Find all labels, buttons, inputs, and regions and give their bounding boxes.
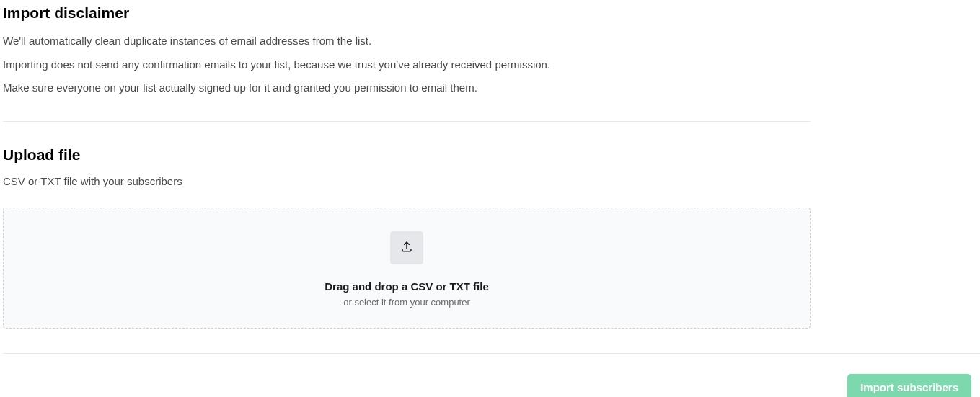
import-disclaimer-section: Import disclaimer We'll automatically cl… [3, 4, 811, 97]
file-dropzone[interactable]: Drag and drop a CSV or TXT file or selec… [3, 208, 811, 329]
upload-file-title: Upload file [3, 146, 811, 164]
import-subscribers-button[interactable]: Import subscribers [847, 374, 971, 398]
upload-icon [400, 240, 413, 256]
upload-icon-box [390, 231, 423, 264]
footer-actions: Import subscribers [3, 354, 980, 398]
section-divider [3, 121, 811, 122]
disclaimer-line: Make sure everyone on your list actually… [3, 80, 811, 97]
import-disclaimer-title: Import disclaimer [3, 4, 811, 22]
dropzone-subtitle: or select it from your computer [343, 297, 470, 308]
upload-file-subtitle: CSV or TXT file with your subscribers [3, 175, 811, 187]
disclaimer-line: Importing does not send any confirmation… [3, 57, 811, 73]
upload-file-section: Upload file CSV or TXT file with your su… [3, 146, 811, 329]
dropzone-title: Drag and drop a CSV or TXT file [325, 280, 489, 293]
disclaimer-line: We'll automatically clean duplicate inst… [3, 33, 811, 50]
